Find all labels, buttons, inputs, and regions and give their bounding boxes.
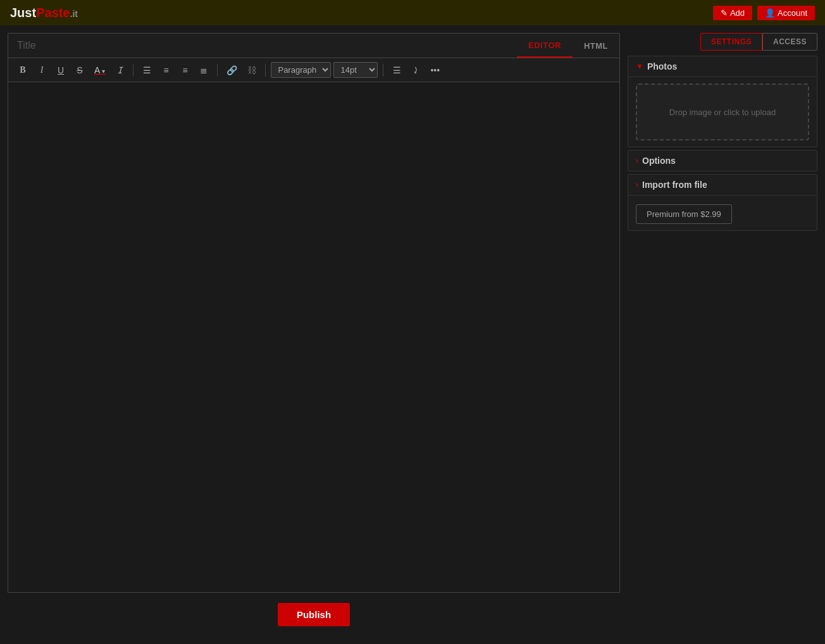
- chevron-down-icon: ▾: [102, 68, 105, 75]
- align-justify-button[interactable]: ≣: [195, 63, 212, 77]
- strikethrough-button[interactable]: S: [71, 63, 88, 77]
- import-section-body: Premium from $2.99: [628, 195, 817, 230]
- header-actions: ✎ Add 👤 Account: [713, 6, 815, 20]
- import-section-header[interactable]: › Import from file: [628, 175, 817, 195]
- ordered-list-icon: ⤸: [412, 65, 419, 75]
- photo-drop-text: Drop image or click to upload: [669, 108, 776, 117]
- align-left-icon: ☰: [143, 65, 151, 75]
- align-justify-icon: ≣: [200, 65, 208, 75]
- import-section-label: Import from file: [642, 180, 707, 190]
- options-section-label: Options: [642, 156, 676, 166]
- publish-button[interactable]: Publish: [278, 603, 350, 626]
- import-section: › Import from file Premium from $2.99: [628, 174, 817, 231]
- align-right-icon: ≡: [182, 65, 187, 75]
- tab-access[interactable]: ACCESS: [762, 33, 817, 51]
- right-panel: SETTINGS ACCESS ▼ Photos Drop image or c…: [628, 33, 817, 636]
- photos-section-header[interactable]: ▼ Photos: [628, 56, 817, 77]
- premium-button[interactable]: Premium from $2.99: [636, 204, 732, 224]
- photos-chevron-icon: ▼: [636, 62, 643, 71]
- photos-section-label: Photos: [647, 61, 677, 71]
- tab-settings[interactable]: SETTINGS: [700, 33, 762, 51]
- toolbar-separator-1: [133, 64, 133, 77]
- left-panel: EDITOR HTML B I U S A ▾ I ☰ ≡ ≡: [8, 33, 620, 636]
- add-icon: ✎: [721, 8, 728, 18]
- tab-editor[interactable]: EDITOR: [517, 34, 573, 58]
- logo-just: Just: [10, 6, 36, 20]
- logo-paste: Paste: [36, 6, 70, 20]
- photos-section: ▼ Photos Drop image or click to upload: [628, 56, 817, 147]
- toolbar-separator-3: [265, 64, 266, 77]
- align-center-button[interactable]: ≡: [158, 63, 174, 77]
- right-tabs: SETTINGS ACCESS: [628, 33, 817, 51]
- font-color-label: A: [94, 65, 100, 75]
- align-right-button[interactable]: ≡: [177, 63, 193, 77]
- logo: JustPaste.it: [10, 6, 78, 20]
- account-label: Account: [778, 8, 807, 18]
- tab-html[interactable]: HTML: [573, 34, 619, 58]
- options-chevron-icon: ›: [636, 156, 638, 165]
- toolbar-separator-2: [217, 64, 218, 77]
- font-color-button[interactable]: A ▾: [90, 63, 109, 77]
- italic2-button[interactable]: I: [111, 63, 128, 77]
- link-button[interactable]: 🔗: [223, 63, 241, 77]
- ordered-list-button[interactable]: ⤸: [407, 63, 424, 77]
- underline-button[interactable]: U: [53, 63, 69, 77]
- unordered-list-icon: ☰: [393, 65, 401, 75]
- photos-section-body: Drop image or click to upload: [628, 77, 817, 147]
- link-icon: 🔗: [226, 65, 237, 75]
- add-label: Add: [730, 8, 745, 18]
- account-button[interactable]: 👤 Account: [757, 6, 815, 20]
- editor-area[interactable]: [8, 82, 620, 593]
- editor-tabs: EDITOR HTML: [517, 33, 620, 58]
- add-button[interactable]: ✎ Add: [713, 6, 752, 20]
- account-icon: 👤: [765, 8, 775, 18]
- import-chevron-icon: ›: [636, 180, 638, 189]
- fontsize-select[interactable]: 14pt: [333, 62, 378, 78]
- bold-button[interactable]: B: [15, 63, 31, 77]
- unordered-list-button[interactable]: ☰: [388, 63, 405, 77]
- toolbar-separator-4: [383, 64, 383, 77]
- unlink-icon: ⛓: [247, 65, 256, 75]
- header: JustPaste.it ✎ Add 👤 Account: [0, 0, 825, 25]
- title-input[interactable]: [8, 33, 517, 58]
- main: EDITOR HTML B I U S A ▾ I ☰ ≡ ≡: [0, 25, 825, 644]
- toolbar: B I U S A ▾ I ☰ ≡ ≡ ≣ 🔗: [8, 58, 620, 82]
- logo-it: .it: [70, 9, 78, 19]
- more-icon: •••: [430, 65, 440, 75]
- photo-drop-zone[interactable]: Drop image or click to upload: [636, 84, 809, 140]
- more-button[interactable]: •••: [426, 63, 444, 77]
- align-left-button[interactable]: ☰: [139, 63, 155, 77]
- paragraph-select[interactable]: Paragraph: [271, 62, 331, 78]
- italic-button[interactable]: I: [34, 63, 50, 77]
- align-center-icon: ≡: [161, 65, 170, 75]
- unlink-button[interactable]: ⛓: [244, 63, 260, 77]
- options-section: › Options: [628, 150, 817, 171]
- options-section-header[interactable]: › Options: [628, 151, 817, 171]
- publish-area: Publish: [8, 593, 620, 636]
